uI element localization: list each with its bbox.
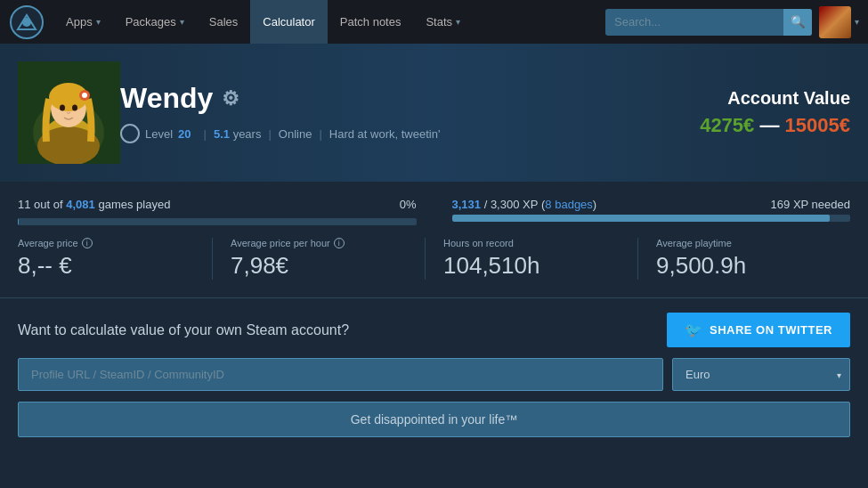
games-count: 11 xyxy=(18,198,30,211)
level-value: 20 xyxy=(178,127,191,141)
hours-label: Hours on record xyxy=(443,238,637,248)
avg-playtime-label: Average playtime xyxy=(656,238,850,248)
info-icon-1[interactable]: i xyxy=(82,238,93,248)
bottom-section: Want to calculate value of your own Stea… xyxy=(0,297,868,451)
chevron-down-icon: ▾ xyxy=(180,17,184,27)
games-stats: 11 out of 4,081 games played 0% xyxy=(18,198,417,225)
profile-name-row: Wendy ⚙ xyxy=(120,82,700,115)
avg-price-hour-box: Average price per hour i 7,98€ xyxy=(212,238,425,280)
avg-price-hour-value: 7,98€ xyxy=(231,252,425,280)
profile-header: Wendy ⚙ Level 20 | 5.1 years | Online | … xyxy=(0,44,868,182)
numbers-row: Average price i 8,-- € Average price per… xyxy=(18,229,850,289)
svg-point-8 xyxy=(60,105,65,111)
games-total: 4,081 xyxy=(66,198,95,211)
avatar-dropdown-arrow[interactable]: ▾ xyxy=(855,17,859,27)
gear-icon[interactable]: ⚙ xyxy=(222,87,239,110)
avg-playtime-value: 9,500.9h xyxy=(656,252,850,280)
level-circle xyxy=(120,124,140,143)
chevron-down-icon: ▾ xyxy=(456,17,460,27)
games-progress-bar xyxy=(18,218,417,225)
games-text: games played xyxy=(98,198,170,211)
xp-needed: 169 XP needed xyxy=(771,198,850,211)
stats-section: 11 out of 4,081 games played 0% 3,131 / … xyxy=(0,182,868,297)
games-percent: 0% xyxy=(400,198,417,211)
avg-price-hour-label: Average price per hour i xyxy=(231,238,425,248)
avatar[interactable] xyxy=(819,6,851,38)
xp-current: 3,131 xyxy=(452,198,482,211)
cta-text: Want to calculate value of your own Stea… xyxy=(18,322,349,338)
profile-info: Wendy ⚙ Level 20 | 5.1 years | Online | … xyxy=(120,82,700,143)
url-input[interactable] xyxy=(18,358,663,391)
value-high: 15005€ xyxy=(785,114,850,136)
online-status: Online xyxy=(279,127,312,141)
chevron-down-icon: ▾ xyxy=(96,17,101,27)
value-dash: — xyxy=(759,114,784,136)
input-row: Euro USD GBP AUD CAD ▾ xyxy=(18,358,850,391)
twitter-icon: 🐦 xyxy=(685,321,703,338)
games-label-out: out of xyxy=(34,198,63,211)
profile-username: Wendy xyxy=(120,82,213,115)
search-icon: 🔍 xyxy=(791,15,806,28)
nav-item-stats[interactable]: Stats ▾ xyxy=(413,0,473,44)
xp-stats: 3,131 / 3,300 XP ( 8 badges ) 169 XP nee… xyxy=(452,198,851,225)
twitter-share-button[interactable]: 🐦 SHARE ON TWITTER xyxy=(667,313,851,347)
avg-price-label: Average price i xyxy=(18,238,212,248)
avatar-image xyxy=(819,6,851,38)
cta-row: Want to calculate value of your own Stea… xyxy=(18,313,850,347)
account-value-section: Account Value 4275€ — 15005€ xyxy=(700,88,850,137)
nav-item-sales[interactable]: Sales xyxy=(197,0,251,44)
search-button[interactable]: 🔍 xyxy=(783,9,812,36)
avg-playtime-box: Average playtime 9,500.9h xyxy=(637,238,850,280)
svg-point-11 xyxy=(82,93,87,98)
svg-point-9 xyxy=(72,105,77,111)
account-value-label: Account Value xyxy=(700,88,850,109)
profile-meta: Level 20 | 5.1 years | Online | Hard at … xyxy=(120,124,700,143)
avg-price-box: Average price i 8,-- € xyxy=(18,238,212,280)
level-label: Level xyxy=(145,127,173,141)
xp-total: 3,300 XP xyxy=(491,198,539,211)
xp-progress-fill xyxy=(452,215,831,222)
xp-badges: 8 badges xyxy=(545,198,593,211)
games-progress-fill xyxy=(18,218,19,225)
navbar: Apps ▾ Packages ▾ Sales Calculator Patch… xyxy=(0,0,868,44)
search-bar: 🔍 xyxy=(605,9,812,36)
currency-wrapper: Euro USD GBP AUD CAD ▾ xyxy=(672,358,850,391)
nav-item-patchnotes[interactable]: Patch notes xyxy=(328,0,414,44)
currency-select[interactable]: Euro USD GBP AUD CAD xyxy=(672,358,850,391)
search-input[interactable] xyxy=(605,15,783,28)
nav-logo[interactable] xyxy=(9,4,45,40)
submit-button[interactable]: Get disappointed in your life™ xyxy=(18,402,850,437)
years-label: years xyxy=(230,127,261,141)
games-row: 11 out of 4,081 games played 0% xyxy=(18,198,417,211)
status-text: Hard at work, tweetin' xyxy=(329,127,441,141)
xp-progress-bar xyxy=(452,215,851,222)
nav-item-packages[interactable]: Packages ▾ xyxy=(113,0,197,44)
avg-price-value: 8,-- € xyxy=(18,252,212,280)
hours-box: Hours on record 104,510h xyxy=(425,238,637,280)
hours-value: 104,510h xyxy=(443,252,637,280)
nav-item-calculator[interactable]: Calculator xyxy=(250,0,328,44)
profile-avatar xyxy=(18,61,120,164)
info-icon-2[interactable]: i xyxy=(334,238,345,248)
value-low: 4275€ xyxy=(700,114,754,136)
account-value-range: 4275€ — 15005€ xyxy=(700,114,850,137)
years-value: 5.1 xyxy=(214,127,230,141)
nav-item-apps[interactable]: Apps ▾ xyxy=(53,0,113,44)
